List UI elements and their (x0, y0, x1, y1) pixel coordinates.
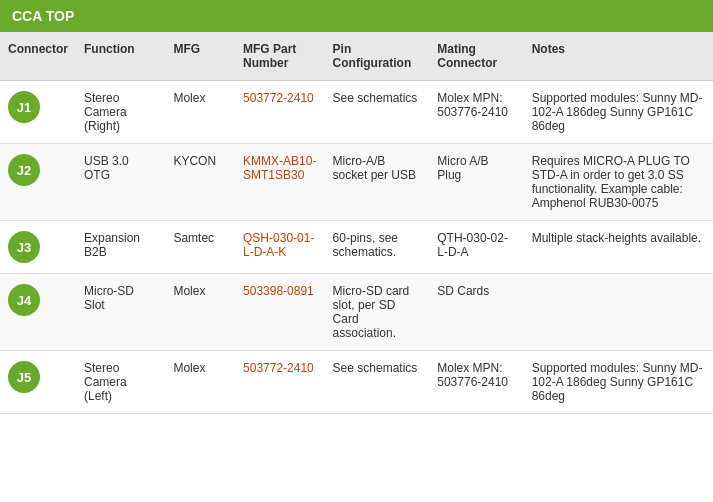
col-header-connector: Connector (0, 32, 76, 81)
col-header-pin: Pin Configuration (325, 32, 430, 81)
mfg-part-link[interactable]: 503398-0891 (243, 284, 314, 298)
mating-connector-cell: QTH-030-02-L-D-A (429, 221, 523, 274)
mating-connector-cell: Micro A/B Plug (429, 144, 523, 221)
table-body: J1Stereo Camera (Right)Molex503772-2410S… (0, 81, 713, 414)
function-cell: Stereo Camera (Right) (76, 81, 165, 144)
table-row: J1Stereo Camera (Right)Molex503772-2410S… (0, 81, 713, 144)
mfg-part-link[interactable]: QSH-030-01-L-D-A-K (243, 231, 314, 259)
notes-cell: Supported modules: Sunny MD-102-A 186deg… (524, 351, 713, 414)
function-cell: Stereo Camera (Left) (76, 351, 165, 414)
pin-config-cell: 60-pins, see schematics. (325, 221, 430, 274)
connector-cell: J3 (0, 221, 76, 274)
mfg-part-cell[interactable]: 503772-2410 (235, 81, 325, 144)
page-container: CCA TOP Connector Function MFG MFG Part … (0, 0, 713, 414)
connector-cell: J1 (0, 81, 76, 144)
function-cell: Micro-SD Slot (76, 274, 165, 351)
notes-cell: Multiple stack-heights available. (524, 221, 713, 274)
mfg-cell: Samtec (165, 221, 235, 274)
mfg-part-cell[interactable]: QSH-030-01-L-D-A-K (235, 221, 325, 274)
table-header-row: Connector Function MFG MFG Part Number P… (0, 32, 713, 81)
pin-config-cell: Micro-SD card slot, per SD Card associat… (325, 274, 430, 351)
pin-config-cell: See schematics (325, 351, 430, 414)
mfg-cell: Molex (165, 81, 235, 144)
mfg-part-cell[interactable]: KMMX-AB10-SMT1SB30 (235, 144, 325, 221)
connector-badge: J5 (8, 361, 40, 393)
pin-config-cell: See schematics (325, 81, 430, 144)
col-header-notes: Notes (524, 32, 713, 81)
function-cell: USB 3.0 OTG (76, 144, 165, 221)
mfg-part-cell[interactable]: 503398-0891 (235, 274, 325, 351)
connector-cell: J2 (0, 144, 76, 221)
mfg-cell: Molex (165, 351, 235, 414)
connector-badge: J2 (8, 154, 40, 186)
mfg-cell: Molex (165, 274, 235, 351)
connector-badge: J1 (8, 91, 40, 123)
mfg-cell: KYCON (165, 144, 235, 221)
pin-config-cell: Micro-A/B socket per USB (325, 144, 430, 221)
col-header-function: Function (76, 32, 165, 81)
mfg-part-link[interactable]: 503772-2410 (243, 361, 314, 375)
header-bar: CCA TOP (0, 0, 713, 32)
table-row: J4Micro-SD SlotMolex503398-0891Micro-SD … (0, 274, 713, 351)
notes-cell: Supported modules: Sunny MD-102-A 186deg… (524, 81, 713, 144)
table-row: J3Expansion B2BSamtecQSH-030-01-L-D-A-K6… (0, 221, 713, 274)
col-header-mfg: MFG (165, 32, 235, 81)
col-header-mfg-part: MFG Part Number (235, 32, 325, 81)
table-row: J2USB 3.0 OTGKYCONKMMX-AB10-SMT1SB30Micr… (0, 144, 713, 221)
mfg-part-link[interactable]: KMMX-AB10-SMT1SB30 (243, 154, 316, 182)
main-table: Connector Function MFG MFG Part Number P… (0, 32, 713, 414)
notes-cell: Requires MICRO-A PLUG TO STD-A in order … (524, 144, 713, 221)
mfg-part-cell[interactable]: 503772-2410 (235, 351, 325, 414)
mating-connector-cell: SD Cards (429, 274, 523, 351)
header-title: CCA TOP (12, 8, 74, 24)
connector-badge: J4 (8, 284, 40, 316)
table-row: J5Stereo Camera (Left)Molex503772-2410Se… (0, 351, 713, 414)
notes-cell (524, 274, 713, 351)
connector-cell: J5 (0, 351, 76, 414)
mfg-part-link[interactable]: 503772-2410 (243, 91, 314, 105)
col-header-mating: Mating Connector (429, 32, 523, 81)
connector-cell: J4 (0, 274, 76, 351)
function-cell: Expansion B2B (76, 221, 165, 274)
mating-connector-cell: Molex MPN: 503776-2410 (429, 81, 523, 144)
connector-badge: J3 (8, 231, 40, 263)
mating-connector-cell: Molex MPN: 503776-2410 (429, 351, 523, 414)
